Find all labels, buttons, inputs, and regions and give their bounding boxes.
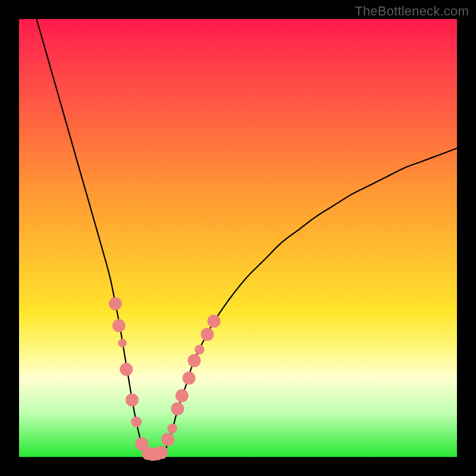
bottleneck-curve — [36, 19, 457, 458]
data-marker — [109, 297, 122, 310]
data-marker — [120, 363, 133, 376]
data-marker — [161, 433, 174, 446]
chart-frame: TheBottleneck.com — [0, 0, 476, 476]
data-marker — [195, 345, 205, 355]
data-marker — [167, 424, 177, 434]
curve-svg — [19, 19, 457, 457]
data-marker — [171, 402, 184, 415]
data-marker — [187, 354, 201, 367]
data-marker — [155, 446, 168, 459]
data-marker — [183, 372, 196, 385]
data-marker — [131, 416, 142, 427]
data-marker — [201, 328, 214, 341]
data-marker — [208, 315, 221, 328]
data-marker — [118, 339, 127, 347]
plot-area — [19, 19, 457, 457]
data-marker — [112, 319, 126, 332]
watermark-text: TheBottleneck.com — [355, 4, 469, 19]
marker-group — [109, 297, 221, 461]
data-marker — [126, 393, 139, 406]
data-marker — [176, 389, 189, 402]
